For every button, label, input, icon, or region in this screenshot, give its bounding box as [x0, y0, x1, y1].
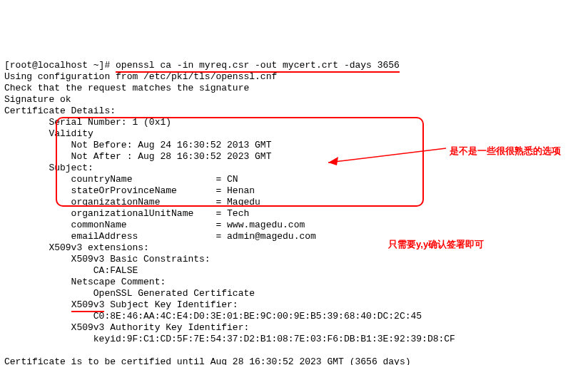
- line-cert-details: Certificate Details:: [4, 106, 116, 116]
- line-validity: Validity: [4, 128, 93, 139]
- line-organization: organizationName = Magedu: [4, 197, 260, 207]
- line-state: stateOrProvinceName = Henan: [4, 185, 255, 196]
- annotation-confirm-sign: 只需要y,y确认签署即可: [388, 239, 484, 250]
- line-common-name: commonName = www.magedu.com: [4, 220, 305, 230]
- line-serial: Serial Number: 1 (0x1): [4, 117, 171, 128]
- line-signature-ok: Signature ok: [4, 94, 71, 105]
- line-ski-suffix: Subject Key Identifier:: [104, 299, 238, 310]
- line-generated-cert: OpenSSL Generated Certificate: [4, 288, 255, 299]
- line-aki: X509v3 Authority Key Identifier:: [4, 322, 249, 333]
- line-ca-false: CA:FALSE: [4, 265, 138, 276]
- line-using-config: Using configuration from /etc/pki/tls/op…: [4, 71, 277, 82]
- line-basic-constraints: X509v3 Basic Constraints:: [4, 254, 211, 264]
- line-country-name: countryName = CN: [4, 174, 238, 185]
- line-ski-value: C0:8E:46:AA:4C:E4:D0:3E:01:BE:9C:00:9E:B…: [4, 311, 422, 322]
- annotation-familiar-options: 是不是一些很很熟悉的选项: [450, 145, 561, 157]
- line-ski-prefix: [4, 299, 71, 310]
- line-subject: Subject:: [4, 163, 93, 173]
- line-email: emailAddress = admin@magedu.com: [4, 231, 316, 242]
- line-certified: Certificate is to be certified until Aug…: [4, 356, 411, 365]
- terminal-output: [root@localhost ~]# openssl ca -in myreq…: [4, 48, 584, 365]
- line-x509-extensions: X509v3 extensions:: [4, 242, 149, 253]
- line-not-before: Not Before: Aug 24 16:30:52 2013 GMT: [4, 140, 271, 150]
- line-aki-value: keyid:9F:C1:CD:5F:7E:54:37:D2:B1:08:7E:0…: [4, 334, 455, 344]
- line-netscape-comment: Netscape Comment:: [4, 277, 166, 287]
- line-check-signature: Check that the request matches the signa…: [4, 83, 249, 93]
- line-not-after: Not After : Aug 28 16:30:52 2023 GMT: [4, 151, 271, 162]
- line-org-unit: organizationalUnitName = Tech: [4, 208, 249, 219]
- shell-prompt: [root@localhost ~]#: [4, 60, 116, 71]
